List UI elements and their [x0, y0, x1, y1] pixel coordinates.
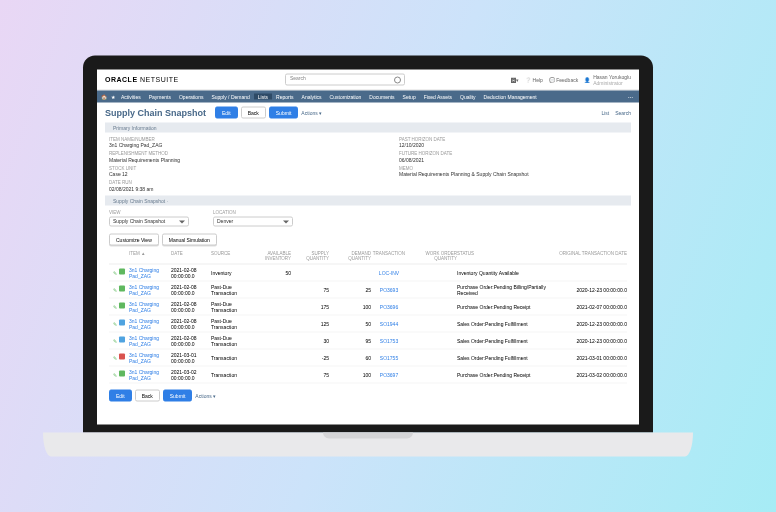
- actions-menu[interactable]: Actions ▾: [195, 392, 216, 398]
- cell-date: 2021-03-01 00:00:00.0: [171, 351, 211, 363]
- back-button[interactable]: Back: [135, 389, 160, 401]
- transaction-link[interactable]: SO1944: [371, 320, 407, 326]
- row-edit-icon[interactable]: ✎: [113, 338, 117, 344]
- field-value: Case 12: [109, 171, 239, 177]
- col-available[interactable]: AVAILABLE INVENTORY: [251, 250, 291, 261]
- nav-item[interactable]: Analytics: [298, 94, 326, 100]
- transaction-link[interactable]: PO3696: [371, 303, 407, 309]
- nav-item[interactable]: Setup: [399, 94, 420, 100]
- cell-original-date: 2021-03-01 00:00:00.0: [559, 354, 627, 360]
- item-link[interactable]: 3n1 Charging Pad_ZAG: [129, 368, 171, 380]
- cell-status: Inventory Quantity Available: [457, 269, 559, 275]
- info-panel: ITEM NAME/NUMBER3n1 Charging Pad_ZAG REP…: [97, 133, 639, 196]
- edit-button[interactable]: Edit: [215, 107, 238, 119]
- col-item[interactable]: ITEM ▲: [129, 250, 171, 261]
- nav-item[interactable]: Activities: [117, 94, 145, 100]
- col-transaction[interactable]: TRANSACTION: [371, 250, 407, 261]
- cell-demand: 100: [329, 371, 371, 377]
- table-row: ✎ 3n1 Charging Pad_ZAG2021-02-08 00:00:0…: [109, 264, 627, 281]
- cell-demand: 95: [329, 337, 371, 343]
- row-edit-icon[interactable]: ✎: [113, 287, 117, 293]
- row-edit-icon[interactable]: ✎: [113, 355, 117, 361]
- search-link[interactable]: Search: [615, 110, 631, 116]
- nav-item[interactable]: Operations: [175, 94, 207, 100]
- user-menu[interactable]: 👤 Hasan YorukogluAdministrator: [584, 74, 631, 86]
- col-demand[interactable]: DEMAND QUANTITY: [329, 250, 371, 261]
- nav-item[interactable]: Quality: [456, 94, 480, 100]
- nav-home-icon[interactable]: 🏠: [97, 94, 107, 100]
- cell-date: 2021-02-08 00:00:00.0: [171, 266, 211, 278]
- cell-original-date: 2021-03-02 00:00:00.0: [559, 371, 627, 377]
- status-dot: [119, 286, 125, 292]
- transaction-link[interactable]: SO1753: [371, 337, 407, 343]
- item-link[interactable]: 3n1 Charging Pad_ZAG: [129, 334, 171, 346]
- nav-star-icon[interactable]: ★: [107, 94, 117, 100]
- field-value: Material Requirements Planning & Supply …: [399, 171, 529, 177]
- col-original-date[interactable]: ORIGINAL TRANSACTION DATE: [559, 250, 627, 261]
- cell-date: 2021-02-08 00:00:00.0: [171, 334, 211, 346]
- cell-source: Inventory: [211, 269, 251, 275]
- location-select[interactable]: Denver: [213, 216, 293, 226]
- col-source[interactable]: SOURCE: [211, 250, 251, 261]
- cell-source: Past-Due Transaction: [211, 283, 251, 295]
- table-row: ✎ 3n1 Charging Pad_ZAG2021-02-08 00:00:0…: [109, 315, 627, 332]
- nav-item[interactable]: Deduction Management: [480, 94, 541, 100]
- submit-button[interactable]: Submit: [269, 107, 299, 119]
- row-edit-icon[interactable]: ✎: [113, 372, 117, 378]
- nav-item[interactable]: Customization: [326, 94, 366, 100]
- item-link[interactable]: 3n1 Charging Pad_ZAG: [129, 351, 171, 363]
- feedback-link[interactable]: 💬 Feedback: [549, 77, 578, 83]
- col-work-order[interactable]: WORK ORDER QUANTITY: [407, 250, 457, 261]
- manual-simulation-button[interactable]: Manual Simulation: [162, 233, 217, 245]
- transaction-link[interactable]: PO3693: [371, 286, 407, 292]
- cell-supply: 30: [291, 337, 329, 343]
- filter-bar: VIEW Supply Chain Snapshot LOCATION Denv…: [97, 205, 639, 230]
- table-row: ✎ 3n1 Charging Pad_ZAG2021-02-08 00:00:0…: [109, 298, 627, 315]
- transaction-link[interactable]: SO1755: [371, 354, 407, 360]
- item-link[interactable]: 3n1 Charging Pad_ZAG: [129, 266, 171, 278]
- col-status[interactable]: STATUS: [457, 250, 559, 261]
- row-edit-icon[interactable]: ✎: [113, 321, 117, 327]
- item-link[interactable]: 3n1 Charging Pad_ZAG: [129, 317, 171, 329]
- nav-item[interactable]: Supply / Demand: [207, 94, 253, 100]
- status-dot: [119, 320, 125, 326]
- nav-item[interactable]: Documents: [365, 94, 398, 100]
- role-switcher-icon[interactable]: 🅰▾: [511, 77, 519, 83]
- cell-status: Sales Order:Pending Fulfillment: [457, 320, 559, 326]
- item-link[interactable]: 3n1 Charging Pad_ZAG: [129, 300, 171, 312]
- app-screen: ORACLE NETSUITE Search 🅰▾ ❔ Help 💬 Feedb…: [97, 70, 639, 425]
- cell-supply: 75: [291, 371, 329, 377]
- cell-date: 2021-02-08 00:00:00.0: [171, 300, 211, 312]
- edit-button[interactable]: Edit: [109, 389, 132, 401]
- transaction-link[interactable]: PO3697: [371, 371, 407, 377]
- col-date[interactable]: DATE: [171, 250, 211, 261]
- section-primary-info: Primary Information: [105, 123, 631, 133]
- cell-original-date: 2021-02-07 00:00:00.0: [559, 303, 627, 309]
- nav-item[interactable]: Reports: [272, 94, 298, 100]
- field-value: 06/08/2021: [399, 156, 529, 162]
- col-supply[interactable]: SUPPLY QUANTITY: [291, 250, 329, 261]
- cell-supply: 175: [291, 303, 329, 309]
- cell-status: Sales Order:Pending Fulfillment: [457, 337, 559, 343]
- actions-menu[interactable]: Actions ▾: [301, 110, 322, 116]
- submit-button[interactable]: Submit: [163, 389, 193, 401]
- cell-date: 2021-03-02 00:00:00.0: [171, 368, 211, 380]
- cell-source: Past-Due Transaction: [211, 300, 251, 312]
- back-button[interactable]: Back: [241, 107, 266, 119]
- transaction-link[interactable]: LOC-INV: [371, 269, 407, 275]
- row-edit-icon[interactable]: ✎: [113, 304, 117, 310]
- nav-overflow-icon[interactable]: ⋯: [622, 94, 639, 100]
- nav-item[interactable]: Lists: [254, 94, 272, 100]
- nav-item[interactable]: Fixed Assets: [420, 94, 456, 100]
- global-search-input[interactable]: Search: [285, 74, 405, 86]
- help-link[interactable]: ❔ Help: [525, 77, 543, 83]
- item-link[interactable]: 3n1 Charging Pad_ZAG: [129, 283, 171, 295]
- cell-original-date: 2020-12-23 00:00:00.0: [559, 320, 627, 326]
- customize-view-button[interactable]: Customize View: [109, 233, 159, 245]
- row-edit-icon[interactable]: ✎: [113, 270, 117, 276]
- cell-status: Purchase Order:Pending Receipt: [457, 303, 559, 309]
- nav-item[interactable]: Payments: [145, 94, 175, 100]
- view-select[interactable]: Supply Chain Snapshot: [109, 216, 189, 226]
- list-link[interactable]: List: [601, 110, 609, 116]
- field-value: 02/08/2021 9:38 am: [109, 185, 239, 191]
